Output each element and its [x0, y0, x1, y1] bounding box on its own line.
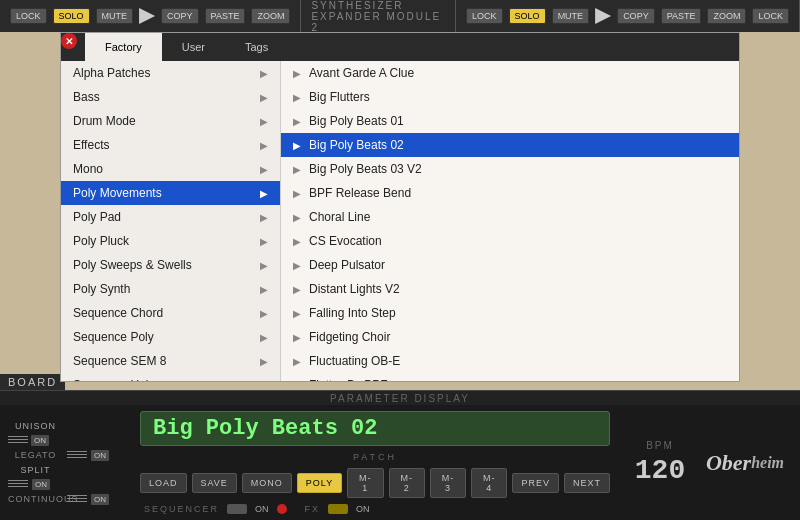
sequencer-label: SEQUENCER: [144, 504, 219, 514]
bpm-section: BPM 120: [620, 440, 700, 486]
sequencer-record-dot: [277, 504, 287, 514]
category-mono[interactable]: Mono ▶: [61, 157, 280, 181]
unison-on-badge: ON: [31, 435, 49, 446]
tab-factory[interactable]: Factory: [85, 33, 162, 61]
preset-cs-evocation[interactable]: ▶ CS Evocation: [281, 229, 739, 253]
m4-button[interactable]: M-4: [471, 468, 507, 498]
load-button[interactable]: LOAD: [140, 473, 187, 493]
zoom-btn-2[interactable]: ZOOM: [707, 8, 746, 24]
bpm-label: BPM: [646, 440, 674, 451]
category-poly-synth[interactable]: Poly Synth ▶: [61, 277, 280, 301]
unison-slider[interactable]: [8, 436, 28, 444]
m1-button[interactable]: M-1: [347, 468, 383, 498]
preset-arrow-selected: ▶: [293, 140, 301, 151]
mono-button[interactable]: MONO: [242, 473, 292, 493]
preset-big-poly-beats-03[interactable]: ▶ Big Poly Beats 03 V2: [281, 157, 739, 181]
category-sequence-sem8[interactable]: Sequence SEM 8 ▶: [61, 349, 280, 373]
preset-fluctuating-obe[interactable]: ▶ Fluctuating OB-E: [281, 349, 739, 373]
lock-btn-3[interactable]: LOCK: [752, 8, 789, 24]
tab-user[interactable]: User: [162, 33, 225, 61]
continuous-label: CONTINUOUS: [8, 494, 63, 504]
prev-button[interactable]: PREV: [512, 473, 559, 493]
preset-big-poly-beats-02[interactable]: ▶ Big Poly Beats 02: [281, 133, 739, 157]
category-alpha-patches[interactable]: Alpha Patches ▶: [61, 61, 280, 85]
dropdown-content: Alpha Patches ▶ Bass ▶ Drum Mode ▶ Effec…: [61, 61, 739, 381]
preset-flutter-bpf[interactable]: ▶ Flutter-By BPF: [281, 373, 739, 381]
poly-button[interactable]: POLY: [297, 473, 342, 493]
preset-distant-lights[interactable]: ▶ Distant Lights V2: [281, 277, 739, 301]
preset-arrow: ▶: [293, 380, 301, 382]
category-sequence-poly[interactable]: Sequence Poly ▶: [61, 325, 280, 349]
category-arrow: ▶: [260, 212, 268, 223]
arrow-icon-2: [595, 8, 611, 24]
solo-btn-1[interactable]: SOLO: [53, 8, 90, 24]
preset-bpf-release[interactable]: ▶ BPF Release Bend: [281, 181, 739, 205]
category-poly-sweeps[interactable]: Poly Sweeps & Swells ▶: [61, 253, 280, 277]
oberheim-logo: Oberheim: [700, 450, 800, 476]
preset-arrow: ▶: [293, 212, 301, 223]
preset-arrow: ▶: [293, 308, 301, 319]
preset-big-poly-beats-01[interactable]: ▶ Big Poly Beats 01: [281, 109, 739, 133]
next-button[interactable]: NEXT: [564, 473, 610, 493]
mute-btn-1[interactable]: MUTE: [96, 8, 134, 24]
preset-list: ▶ Avant Garde A Clue ▶ Big Flutters ▶ Bi…: [281, 61, 739, 381]
lock-btn-1[interactable]: LOCK: [10, 8, 47, 24]
category-arrow: ▶: [260, 284, 268, 295]
top-bar: LOCK SOLO MUTE COPY PASTE ZOOM SYNTHESIZ…: [0, 0, 800, 32]
lock-btn-2[interactable]: LOCK: [466, 8, 503, 24]
sequencer-toggle[interactable]: [227, 504, 247, 514]
paste-btn-2[interactable]: PASTE: [661, 8, 702, 24]
board-label: BOARD: [0, 374, 65, 390]
m2-button[interactable]: M-2: [389, 468, 425, 498]
continuous-slider[interactable]: [67, 495, 87, 503]
category-effects[interactable]: Effects ▶: [61, 133, 280, 157]
category-drum-mode[interactable]: Drum Mode ▶: [61, 109, 280, 133]
fx-toggle[interactable]: [328, 504, 348, 514]
sequencer-on-label: ON: [255, 504, 269, 514]
copy-btn-1[interactable]: COPY: [161, 8, 199, 24]
zoom-btn-1[interactable]: ZOOM: [251, 8, 290, 24]
preset-big-flutters[interactable]: ▶ Big Flutters: [281, 85, 739, 109]
dropdown-tabs: ✕ Factory User Tags: [61, 33, 739, 61]
mute-btn-2[interactable]: MUTE: [552, 8, 590, 24]
keyboard-row-continuous: CONTINUOUS ON: [8, 494, 122, 505]
patch-buttons: LOAD SAVE MONO POLY M-1 M-2 M-3 M-4 PREV…: [140, 468, 610, 498]
preset-arrow: ▶: [293, 260, 301, 271]
preset-arrow: ▶: [293, 332, 301, 343]
category-poly-movements[interactable]: Poly Movements ▶: [61, 181, 280, 205]
category-poly-pluck[interactable]: Poly Pluck ▶: [61, 229, 280, 253]
preset-fidgeting-choir[interactable]: ▶ Fidgeting Choir: [281, 325, 739, 349]
patch-section: Big Poly Beats 02 PATCH LOAD SAVE MONO P…: [130, 405, 620, 520]
category-sequence-unison[interactable]: Sequence Unison ▶: [61, 373, 280, 381]
category-bass[interactable]: Bass ▶: [61, 85, 280, 109]
tab-tags[interactable]: Tags: [225, 33, 288, 61]
param-display-bar: PARAMETER DISPLAY: [0, 390, 800, 405]
category-arrow: ▶: [260, 332, 268, 343]
unison-label: UNISON: [8, 421, 63, 431]
m3-button[interactable]: M-3: [430, 468, 466, 498]
preset-arrow: ▶: [293, 164, 301, 175]
category-arrow: ▶: [260, 236, 268, 247]
preset-avant-garde[interactable]: ▶ Avant Garde A Clue: [281, 61, 739, 85]
preset-deep-pulsator[interactable]: ▶ Deep Pulsator: [281, 253, 739, 277]
preset-arrow: ▶: [293, 188, 301, 199]
legato-slider[interactable]: [67, 451, 87, 459]
category-arrow: ▶: [260, 308, 268, 319]
patch-label-row: PATCH: [140, 452, 610, 462]
category-arrow: ▶: [260, 164, 268, 175]
preset-choral-line[interactable]: ▶ Choral Line: [281, 205, 739, 229]
continuous-on-badge: ON: [91, 494, 109, 505]
solo-btn-2[interactable]: SOLO: [509, 8, 546, 24]
category-arrow-selected: ▶: [260, 188, 268, 199]
save-button[interactable]: SAVE: [192, 473, 237, 493]
split-slider[interactable]: [8, 480, 28, 488]
preset-arrow: ▶: [293, 236, 301, 247]
category-sequence-chord[interactable]: Sequence Chord ▶: [61, 301, 280, 325]
close-button[interactable]: ✕: [61, 33, 77, 49]
arrow-icon-1: [139, 8, 155, 24]
paste-btn-1[interactable]: PASTE: [205, 8, 246, 24]
category-poly-pad[interactable]: Poly Pad ▶: [61, 205, 280, 229]
copy-btn-2[interactable]: COPY: [617, 8, 655, 24]
fx-label: FX: [305, 504, 321, 514]
preset-falling-into-step[interactable]: ▶ Falling Into Step: [281, 301, 739, 325]
